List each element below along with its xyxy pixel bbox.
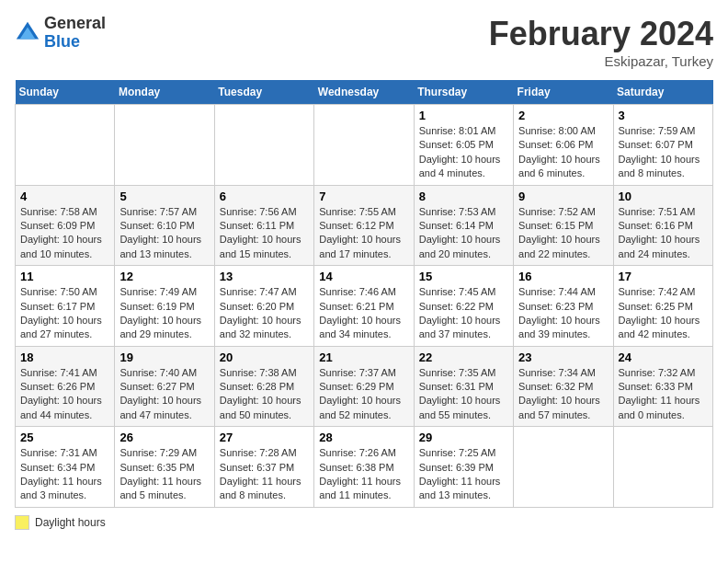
day-info: Sunrise: 7:53 AM Sunset: 6:14 PM Dayligh… bbox=[419, 205, 508, 262]
day-number: 21 bbox=[319, 350, 408, 364]
location-subtitle: Eskipazar, Turkey bbox=[489, 53, 713, 69]
calendar-day-cell: 11Sunrise: 7:50 AM Sunset: 6:17 PM Dayli… bbox=[16, 266, 115, 347]
calendar-week-row: 18Sunrise: 7:41 AM Sunset: 6:26 PM Dayli… bbox=[16, 346, 713, 427]
calendar-day-cell: 4Sunrise: 7:58 AM Sunset: 6:09 PM Daylig… bbox=[16, 185, 115, 266]
calendar-day-cell: 2Sunrise: 8:00 AM Sunset: 6:06 PM Daylig… bbox=[514, 105, 613, 186]
legend-color-box bbox=[15, 515, 29, 530]
day-info: Sunrise: 7:46 AM Sunset: 6:21 PM Dayligh… bbox=[319, 285, 408, 342]
calendar-day-cell: 14Sunrise: 7:46 AM Sunset: 6:21 PM Dayli… bbox=[314, 266, 414, 347]
day-info: Sunrise: 7:56 AM Sunset: 6:11 PM Dayligh… bbox=[220, 205, 309, 262]
day-info: Sunrise: 7:35 AM Sunset: 6:31 PM Dayligh… bbox=[419, 366, 508, 423]
calendar-day-cell: 5Sunrise: 7:57 AM Sunset: 6:10 PM Daylig… bbox=[115, 185, 214, 266]
calendar-day-cell: 15Sunrise: 7:45 AM Sunset: 6:22 PM Dayli… bbox=[414, 266, 513, 347]
calendar-day-cell: 29Sunrise: 7:25 AM Sunset: 6:39 PM Dayli… bbox=[414, 427, 513, 508]
calendar-day-cell: 13Sunrise: 7:47 AM Sunset: 6:20 PM Dayli… bbox=[214, 266, 313, 347]
day-number: 8 bbox=[419, 190, 508, 203]
calendar-header-cell: Tuesday bbox=[214, 80, 313, 105]
day-info: Sunrise: 7:40 AM Sunset: 6:27 PM Dayligh… bbox=[119, 366, 209, 423]
day-number: 20 bbox=[220, 350, 309, 364]
day-number: 13 bbox=[220, 270, 309, 283]
day-info: Sunrise: 7:25 AM Sunset: 6:39 PM Dayligh… bbox=[419, 446, 508, 503]
day-number: 2 bbox=[518, 109, 608, 122]
day-info: Sunrise: 7:52 AM Sunset: 6:15 PM Dayligh… bbox=[518, 205, 608, 262]
day-number: 16 bbox=[518, 270, 608, 283]
day-number: 24 bbox=[619, 350, 708, 364]
day-info: Sunrise: 8:01 AM Sunset: 6:05 PM Dayligh… bbox=[419, 124, 508, 181]
day-number: 22 bbox=[419, 350, 508, 364]
logo-text: General Blue bbox=[44, 15, 106, 52]
calendar-day-cell bbox=[214, 105, 313, 186]
calendar-day-cell: 26Sunrise: 7:29 AM Sunset: 6:35 PM Dayli… bbox=[115, 427, 214, 508]
calendar-day-cell: 24Sunrise: 7:32 AM Sunset: 6:33 PM Dayli… bbox=[613, 346, 712, 427]
calendar-header-cell: Friday bbox=[514, 80, 613, 105]
day-info: Sunrise: 7:58 AM Sunset: 6:09 PM Dayligh… bbox=[20, 205, 109, 262]
day-number: 9 bbox=[518, 190, 608, 203]
logo: General Blue bbox=[15, 15, 106, 52]
calendar-day-cell: 16Sunrise: 7:44 AM Sunset: 6:23 PM Dayli… bbox=[514, 266, 613, 347]
day-number: 29 bbox=[419, 431, 508, 444]
day-number: 7 bbox=[319, 190, 408, 203]
calendar-week-row: 11Sunrise: 7:50 AM Sunset: 6:17 PM Dayli… bbox=[16, 266, 713, 347]
calendar-day-cell: 25Sunrise: 7:31 AM Sunset: 6:34 PM Dayli… bbox=[16, 427, 115, 508]
calendar-table: SundayMondayTuesdayWednesdayThursdayFrid… bbox=[15, 80, 713, 508]
day-number: 4 bbox=[20, 190, 109, 203]
day-info: Sunrise: 7:51 AM Sunset: 6:16 PM Dayligh… bbox=[619, 205, 708, 262]
calendar-header-cell: Saturday bbox=[613, 80, 712, 105]
calendar-day-cell: 19Sunrise: 7:40 AM Sunset: 6:27 PM Dayli… bbox=[115, 346, 214, 427]
day-number: 10 bbox=[619, 190, 708, 203]
calendar-day-cell: 3Sunrise: 7:59 AM Sunset: 6:07 PM Daylig… bbox=[613, 105, 712, 186]
day-info: Sunrise: 8:00 AM Sunset: 6:06 PM Dayligh… bbox=[518, 124, 608, 181]
calendar-day-cell bbox=[16, 105, 115, 186]
legend-label: Daylight hours bbox=[35, 516, 106, 529]
day-number: 26 bbox=[119, 431, 209, 444]
calendar-day-cell: 9Sunrise: 7:52 AM Sunset: 6:15 PM Daylig… bbox=[514, 185, 613, 266]
calendar-day-cell bbox=[613, 427, 712, 508]
calendar-day-cell: 22Sunrise: 7:35 AM Sunset: 6:31 PM Dayli… bbox=[414, 346, 513, 427]
day-info: Sunrise: 7:44 AM Sunset: 6:23 PM Dayligh… bbox=[518, 285, 608, 342]
logo-general-text: General bbox=[44, 15, 106, 33]
day-number: 18 bbox=[20, 350, 109, 364]
day-info: Sunrise: 7:26 AM Sunset: 6:38 PM Dayligh… bbox=[319, 446, 408, 503]
calendar-day-cell bbox=[115, 105, 214, 186]
page-header: General Blue February 2024 Eskipazar, Tu… bbox=[15, 15, 713, 69]
calendar-week-row: 4Sunrise: 7:58 AM Sunset: 6:09 PM Daylig… bbox=[16, 185, 713, 266]
day-number: 25 bbox=[20, 431, 109, 444]
legend: Daylight hours bbox=[15, 515, 713, 530]
calendar-day-cell: 18Sunrise: 7:41 AM Sunset: 6:26 PM Dayli… bbox=[16, 346, 115, 427]
day-number: 6 bbox=[220, 190, 309, 203]
logo-icon bbox=[15, 20, 40, 46]
calendar-header-cell: Monday bbox=[115, 80, 214, 105]
calendar-day-cell: 28Sunrise: 7:26 AM Sunset: 6:38 PM Dayli… bbox=[314, 427, 414, 508]
day-info: Sunrise: 7:55 AM Sunset: 6:12 PM Dayligh… bbox=[319, 205, 408, 262]
month-year-title: February 2024 bbox=[489, 15, 713, 53]
logo-blue-text: Blue bbox=[44, 33, 106, 52]
calendar-day-cell bbox=[314, 105, 414, 186]
calendar-day-cell: 12Sunrise: 7:49 AM Sunset: 6:19 PM Dayli… bbox=[115, 266, 214, 347]
calendar-header-cell: Thursday bbox=[414, 80, 513, 105]
day-number: 23 bbox=[518, 350, 608, 364]
calendar-day-cell: 10Sunrise: 7:51 AM Sunset: 6:16 PM Dayli… bbox=[613, 185, 712, 266]
day-info: Sunrise: 7:47 AM Sunset: 6:20 PM Dayligh… bbox=[220, 285, 309, 342]
calendar-header-row: SundayMondayTuesdayWednesdayThursdayFrid… bbox=[16, 80, 713, 105]
day-info: Sunrise: 7:37 AM Sunset: 6:29 PM Dayligh… bbox=[319, 366, 408, 423]
calendar-day-cell: 17Sunrise: 7:42 AM Sunset: 6:25 PM Dayli… bbox=[613, 266, 712, 347]
day-number: 17 bbox=[619, 270, 708, 283]
day-number: 28 bbox=[319, 431, 408, 444]
title-block: February 2024 Eskipazar, Turkey bbox=[489, 15, 713, 69]
day-info: Sunrise: 7:41 AM Sunset: 6:26 PM Dayligh… bbox=[20, 366, 109, 423]
day-info: Sunrise: 7:32 AM Sunset: 6:33 PM Dayligh… bbox=[619, 366, 708, 423]
calendar-day-cell: 7Sunrise: 7:55 AM Sunset: 6:12 PM Daylig… bbox=[314, 185, 414, 266]
day-info: Sunrise: 7:49 AM Sunset: 6:19 PM Dayligh… bbox=[119, 285, 209, 342]
day-info: Sunrise: 7:34 AM Sunset: 6:32 PM Dayligh… bbox=[518, 366, 608, 423]
day-info: Sunrise: 7:38 AM Sunset: 6:28 PM Dayligh… bbox=[220, 366, 309, 423]
day-number: 1 bbox=[419, 109, 508, 122]
day-info: Sunrise: 7:50 AM Sunset: 6:17 PM Dayligh… bbox=[20, 285, 109, 342]
day-info: Sunrise: 7:42 AM Sunset: 6:25 PM Dayligh… bbox=[619, 285, 708, 342]
day-info: Sunrise: 7:29 AM Sunset: 6:35 PM Dayligh… bbox=[119, 446, 209, 503]
calendar-day-cell: 20Sunrise: 7:38 AM Sunset: 6:28 PM Dayli… bbox=[214, 346, 313, 427]
calendar-day-cell: 23Sunrise: 7:34 AM Sunset: 6:32 PM Dayli… bbox=[514, 346, 613, 427]
day-number: 19 bbox=[119, 350, 209, 364]
day-number: 5 bbox=[119, 190, 209, 203]
calendar-week-row: 1Sunrise: 8:01 AM Sunset: 6:05 PM Daylig… bbox=[16, 105, 713, 186]
calendar-day-cell: 1Sunrise: 8:01 AM Sunset: 6:05 PM Daylig… bbox=[414, 105, 513, 186]
